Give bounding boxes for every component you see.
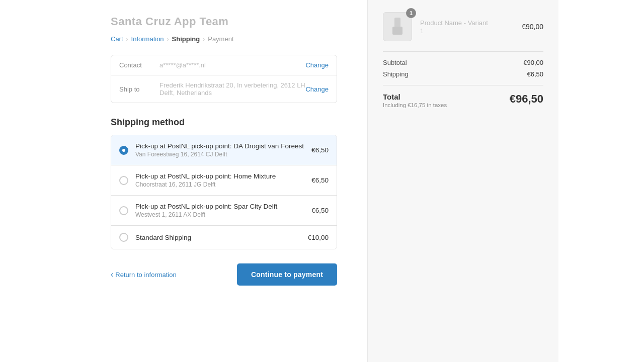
continue-to-payment-button[interactable]: Continue to payment	[237, 263, 337, 286]
total-row: Total Including €16,75 in taxes €96,50	[383, 93, 543, 108]
option-3-address: Westvest 1, 2611 AX Delft	[135, 211, 311, 218]
option-1-price: €6,50	[311, 146, 329, 154]
cart-item: 1 Product Name - Variant 1 €90,00	[383, 12, 543, 41]
ship-to-label: Ship to	[119, 85, 159, 93]
shipping-option-4[interactable]: Standard Shipping €10,00	[111, 226, 337, 249]
option-1-details: Pick-up at PostNL pick-up point: DA Drog…	[135, 142, 311, 158]
shipping-method-title: Shipping method	[111, 117, 337, 128]
option-2-price: €6,50	[311, 176, 329, 184]
info-card: Contact a*****@a*****.nl Change Ship to …	[111, 55, 337, 103]
shipping-summary-label: Shipping	[383, 70, 409, 78]
total-value: €96,50	[510, 93, 543, 106]
subtotal-value: €90,00	[523, 59, 543, 66]
radio-option-3	[119, 206, 128, 215]
subtotal-label: Subtotal	[383, 59, 407, 66]
contact-row: Contact a*****@a*****.nl Change	[111, 55, 337, 75]
shipping-option-2[interactable]: Pick-up at PostNL pick-up point: Home Mi…	[111, 165, 337, 196]
option-2-name: Pick-up at PostNL pick-up point: Home Mi…	[135, 172, 311, 180]
total-label-group: Total Including €16,75 in taxes	[383, 93, 447, 108]
cart-item-name: Product Name - Variant	[420, 19, 514, 27]
shipping-option-3[interactable]: Pick-up at PostNL pick-up point: Spar Ci…	[111, 196, 337, 226]
cart-item-price: €90,00	[522, 23, 543, 31]
breadcrumb-cart[interactable]: Cart	[111, 35, 123, 43]
option-2-details: Pick-up at PostNL pick-up point: Home Mi…	[135, 172, 311, 188]
svg-rect-0	[394, 18, 400, 28]
shipping-summary-row: Shipping €6,50	[383, 70, 543, 78]
radio-option-1	[119, 146, 128, 155]
cart-item-sub: 1	[420, 28, 514, 35]
option-1-address: Van Foreestweg 16, 2614 CJ Delft	[135, 151, 311, 158]
ship-to-change[interactable]: Change	[305, 85, 329, 93]
radio-option-4	[119, 233, 128, 242]
shipping-option-1[interactable]: Pick-up at PostNL pick-up point: DA Drog…	[111, 135, 337, 165]
option-4-name: Standard Shipping	[135, 234, 308, 241]
cart-thumbnail-wrap: 1	[383, 12, 412, 41]
breadcrumb-sep-1: ›	[126, 36, 128, 43]
subtotal-row: Subtotal €90,00	[383, 59, 543, 66]
breadcrumb-information[interactable]: Information	[131, 35, 164, 43]
store-name: Santa Cruz App Team	[111, 15, 337, 28]
option-4-details: Standard Shipping	[135, 234, 308, 241]
divider-1	[383, 51, 543, 52]
total-label: Total	[383, 93, 447, 101]
shipping-summary-value: €6,50	[527, 70, 543, 78]
breadcrumb-shipping: Shipping	[172, 35, 200, 43]
checkout-left-panel: Santa Cruz App Team Cart › Information ›…	[0, 0, 367, 362]
contact-value: a*****@a*****.nl	[159, 61, 305, 69]
svg-rect-1	[392, 27, 403, 35]
breadcrumb: Cart › Information › Shipping › Payment	[111, 35, 337, 43]
breadcrumb-sep-2: ›	[167, 36, 169, 43]
option-3-name: Pick-up at PostNL pick-up point: Spar Ci…	[135, 203, 311, 210]
divider-2	[383, 85, 543, 85]
contact-change[interactable]: Change	[305, 61, 329, 69]
return-to-information-link[interactable]: Return to information	[111, 270, 177, 279]
breadcrumb-sep-3: ›	[203, 36, 205, 43]
cart-badge: 1	[406, 8, 416, 18]
ship-to-row: Ship to Frederik Hendrikstraat 20, In ve…	[111, 75, 337, 103]
breadcrumb-payment: Payment	[208, 35, 233, 43]
cart-item-details: Product Name - Variant 1	[420, 19, 514, 35]
contact-label: Contact	[119, 61, 159, 69]
option-4-price: €10,00	[308, 234, 329, 241]
total-tax: Including €16,75 in taxes	[383, 102, 447, 108]
radio-option-2	[119, 176, 128, 185]
ship-to-value: Frederik Hendrikstraat 20, In verbeterin…	[159, 81, 305, 97]
shipping-options-list: Pick-up at PostNL pick-up point: DA Drog…	[111, 135, 337, 249]
option-3-details: Pick-up at PostNL pick-up point: Spar Ci…	[135, 203, 311, 218]
option-1-name: Pick-up at PostNL pick-up point: DA Drog…	[135, 142, 311, 150]
order-summary-panel: 1 Product Name - Variant 1 €90,00 Subtot…	[367, 0, 558, 362]
option-2-address: Choorstraat 16, 2611 JG Delft	[135, 181, 311, 188]
footer-actions: Return to information Continue to paymen…	[111, 263, 337, 286]
option-3-price: €6,50	[311, 207, 329, 214]
